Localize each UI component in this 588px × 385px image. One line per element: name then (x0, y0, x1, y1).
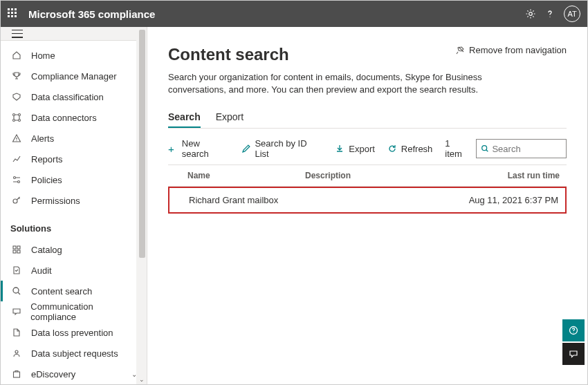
sidebar-item-data-classification[interactable]: Data classification (1, 86, 147, 107)
plus-icon: + (168, 144, 178, 153)
svg-point-19 (573, 332, 574, 333)
sidebar-item-label: Reports (31, 154, 63, 165)
svg-point-5 (19, 120, 21, 122)
sidebar-item-dsr[interactable]: Data subject requests (1, 343, 147, 364)
dsr-icon (10, 348, 23, 358)
search-input[interactable] (492, 144, 562, 154)
sidebar-solutions-header: Solutions (1, 211, 147, 239)
sidebar-item-label: Data loss prevention (31, 328, 113, 338)
search-by-id-button[interactable]: Search by ID List (241, 138, 323, 159)
sidebar-item-label: Data classification (31, 92, 104, 102)
svg-rect-10 (13, 246, 16, 249)
sidebar-item-reports[interactable]: Reports (1, 149, 147, 169)
column-description[interactable]: Description (305, 171, 470, 180)
ediscovery-icon (10, 369, 23, 379)
sidebar-item-label: Communication compliance (30, 301, 137, 322)
sidebar-item-catalog[interactable]: Catalog (1, 239, 147, 260)
svg-point-7 (14, 177, 16, 179)
reports-icon (10, 154, 23, 164)
alert-icon (10, 133, 23, 143)
svg-point-15 (15, 350, 18, 353)
svg-rect-12 (13, 250, 16, 253)
policies-icon (10, 175, 23, 185)
sidebar-item-audit[interactable]: Audit (1, 260, 147, 281)
svg-point-4 (13, 120, 15, 122)
permissions-icon (10, 196, 23, 205)
scroll-down-icon[interactable]: ⌄ (136, 374, 147, 384)
sidebar-item-data-connectors[interactable]: Data connectors (1, 107, 147, 128)
table-header: Name Description Last run time (168, 165, 567, 187)
tab-search[interactable]: Search (168, 106, 201, 128)
dlp-icon (10, 328, 23, 337)
trophy-icon (10, 71, 23, 81)
export-button[interactable]: Export (335, 144, 375, 154)
scrollbar-thumb[interactable] (139, 30, 145, 258)
svg-point-2 (13, 114, 15, 116)
remove-from-nav-label: Remove from navigation (469, 45, 567, 55)
new-search-label: New search (182, 138, 229, 159)
page-description: Search your organization for content in … (168, 71, 542, 96)
refresh-icon (387, 144, 397, 153)
svg-point-14 (13, 288, 19, 293)
floating-buttons (562, 318, 585, 365)
item-count: 1 item (445, 138, 469, 159)
svg-point-9 (13, 199, 17, 203)
search-by-id-label: Search by ID List (255, 138, 322, 159)
help-panel-button[interactable] (562, 319, 585, 341)
svg-rect-16 (14, 372, 20, 377)
sidebar-collapse-row (1, 27, 147, 41)
toolbar: + New search Search by ID List Export Re… (168, 129, 567, 165)
search-box[interactable] (476, 139, 567, 158)
help-icon (569, 326, 578, 335)
column-name[interactable]: Name (187, 171, 305, 180)
sidebar-item-label: Alerts (31, 133, 54, 144)
column-last-run[interactable]: Last run time (470, 171, 560, 180)
sidebar: Home Compliance Manager Data classificat… (1, 27, 147, 384)
sidebar-item-alerts[interactable]: Alerts (1, 128, 147, 149)
avatar[interactable]: AT (564, 6, 580, 22)
svg-point-1 (549, 17, 550, 17)
refresh-button[interactable]: Refresh (387, 144, 433, 154)
sidebar-item-label: Compliance Manager (31, 71, 117, 82)
svg-rect-13 (17, 250, 20, 253)
sidebar-item-label: Audit (31, 265, 52, 276)
sidebar-item-dlp[interactable]: Data loss prevention (1, 322, 147, 343)
sidebar-item-label: Permissions (31, 196, 80, 206)
svg-point-8 (18, 181, 20, 183)
sidebar-item-policies[interactable]: Policies (1, 169, 147, 190)
svg-rect-11 (17, 246, 20, 249)
svg-point-6 (17, 140, 17, 141)
sidebar-item-communication-compliance[interactable]: Communication compliance (1, 301, 147, 322)
feedback-icon (569, 349, 578, 359)
download-icon (335, 144, 344, 153)
remove-from-nav-link[interactable]: Remove from navigation (455, 45, 567, 55)
sidebar-item-label: Home (31, 50, 55, 61)
sidebar-item-compliance-manager[interactable]: Compliance Manager (1, 66, 147, 86)
settings-icon[interactable] (521, 8, 540, 19)
svg-point-17 (482, 146, 487, 151)
help-icon[interactable] (540, 9, 560, 19)
feedback-button[interactable] (562, 343, 585, 365)
sidebar-item-content-search[interactable]: Content search (1, 281, 147, 301)
page-title: Content search (168, 45, 455, 64)
table-row[interactable]: Richard Grant mailbox Aug 11, 2021 6:37 … (168, 187, 567, 214)
sidebar-item-permissions[interactable]: Permissions (1, 190, 147, 211)
app-launcher-icon[interactable] (8, 8, 19, 19)
new-search-button[interactable]: + New search (168, 138, 229, 159)
tabs: Search Export (168, 106, 567, 129)
sidebar-scrollbar[interactable]: ⌄ (136, 27, 147, 384)
sidebar-item-home[interactable]: Home (1, 45, 147, 66)
search-icon (10, 286, 23, 296)
unpin-icon (455, 46, 465, 55)
tag-icon (10, 92, 23, 102)
sidebar-item-label: eDiscovery (31, 369, 75, 379)
audit-icon (10, 265, 23, 275)
svg-point-3 (19, 114, 21, 116)
search-icon (481, 144, 489, 153)
hamburger-icon[interactable] (12, 30, 23, 38)
sidebar-item-ediscovery[interactable]: eDiscovery ⌄ (1, 364, 147, 384)
home-icon (10, 50, 23, 60)
cell-last-run: Aug 11, 2021 6:37 PM (468, 195, 558, 205)
tab-export[interactable]: Export (216, 106, 244, 128)
comm-icon (10, 307, 22, 317)
